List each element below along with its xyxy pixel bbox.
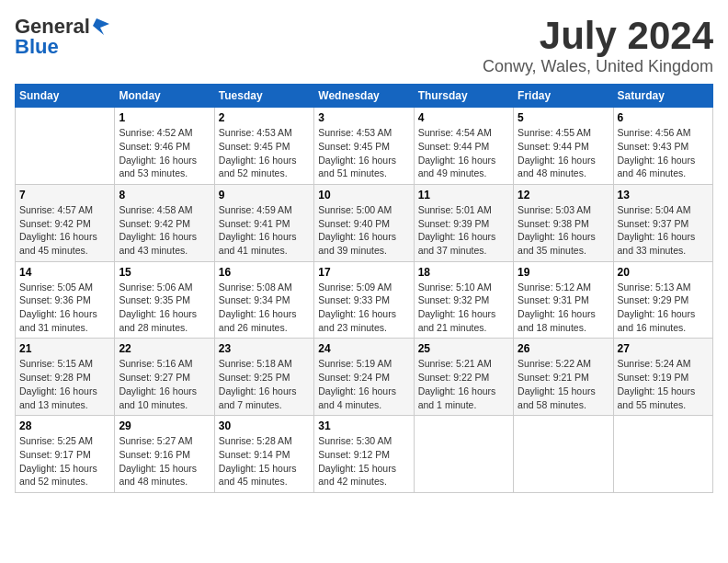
day-number: 15 <box>119 266 210 279</box>
day-number: 1 <box>119 111 210 124</box>
day-number: 21 <box>19 342 110 355</box>
day-number: 20 <box>618 266 709 279</box>
day-number: 11 <box>418 189 509 201</box>
day-cell-6: 6Sunrise: 4:56 AMSunset: 9:43 PMDaylight… <box>613 108 712 185</box>
day-content: Sunrise: 5:05 AMSunset: 9:36 PMDaylight:… <box>19 281 110 335</box>
day-cell-4: 4Sunrise: 4:54 AMSunset: 9:44 PMDaylight… <box>414 108 513 185</box>
day-content: Sunrise: 5:24 AMSunset: 9:19 PMDaylight:… <box>618 357 709 411</box>
day-cell-7: 7Sunrise: 4:57 AMSunset: 9:42 PMDaylight… <box>16 184 115 261</box>
weekday-friday: Friday <box>514 85 613 108</box>
day-content: Sunrise: 5:04 AMSunset: 9:37 PMDaylight:… <box>618 203 709 258</box>
day-content: Sunrise: 5:19 AMSunset: 9:24 PMDaylight:… <box>318 357 409 411</box>
day-number: 2 <box>219 111 310 124</box>
day-content: Sunrise: 5:25 AMSunset: 9:17 PMDaylight:… <box>19 434 110 488</box>
day-content: Sunrise: 4:59 AMSunset: 9:41 PMDaylight:… <box>219 203 310 258</box>
day-content: Sunrise: 5:18 AMSunset: 9:25 PMDaylight:… <box>219 357 310 411</box>
day-number: 9 <box>219 189 310 201</box>
logo: General Blue <box>15 15 112 59</box>
day-content: Sunrise: 4:57 AMSunset: 9:42 PMDaylight:… <box>19 203 110 258</box>
day-content: Sunrise: 4:56 AMSunset: 9:43 PMDaylight:… <box>618 126 709 180</box>
day-number: 24 <box>318 342 409 355</box>
week-row-3: 14Sunrise: 5:05 AMSunset: 9:36 PMDayligh… <box>16 261 713 339</box>
day-cell-28: 28Sunrise: 5:25 AMSunset: 9:17 PMDayligh… <box>16 416 115 493</box>
empty-cell <box>414 416 513 493</box>
day-number: 8 <box>119 189 210 201</box>
weekday-wednesday: Wednesday <box>314 85 414 108</box>
day-content: Sunrise: 4:53 AMSunset: 9:45 PMDaylight:… <box>318 126 409 180</box>
day-number: 22 <box>119 342 210 355</box>
weekday-sunday: Sunday <box>16 85 115 108</box>
day-number: 7 <box>19 189 110 201</box>
location-title: Conwy, Wales, United Kingdom <box>483 57 713 76</box>
day-cell-5: 5Sunrise: 4:55 AMSunset: 9:44 PMDaylight… <box>514 108 613 185</box>
day-content: Sunrise: 5:08 AMSunset: 9:34 PMDaylight:… <box>219 281 310 335</box>
day-content: Sunrise: 5:21 AMSunset: 9:22 PMDaylight:… <box>418 357 509 411</box>
day-cell-29: 29Sunrise: 5:27 AMSunset: 9:16 PMDayligh… <box>115 416 214 493</box>
day-content: Sunrise: 5:12 AMSunset: 9:31 PMDaylight:… <box>518 281 609 335</box>
day-number: 28 <box>19 419 110 432</box>
day-number: 30 <box>219 419 310 432</box>
day-number: 23 <box>219 342 310 355</box>
day-cell-23: 23Sunrise: 5:18 AMSunset: 9:25 PMDayligh… <box>214 339 313 416</box>
day-content: Sunrise: 5:06 AMSunset: 9:35 PMDaylight:… <box>119 281 210 335</box>
empty-cell <box>16 108 115 185</box>
logo-bird-icon <box>91 17 111 37</box>
weekday-header-row: SundayMondayTuesdayWednesdayThursdayFrid… <box>16 85 713 108</box>
week-row-2: 7Sunrise: 4:57 AMSunset: 9:42 PMDaylight… <box>16 184 713 261</box>
day-number: 27 <box>618 342 709 355</box>
empty-cell <box>613 416 712 493</box>
day-content: Sunrise: 5:27 AMSunset: 9:16 PMDaylight:… <box>119 434 210 488</box>
day-cell-17: 17Sunrise: 5:09 AMSunset: 9:33 PMDayligh… <box>314 261 414 339</box>
day-content: Sunrise: 5:16 AMSunset: 9:27 PMDaylight:… <box>119 357 210 411</box>
empty-cell <box>514 416 613 493</box>
day-number: 29 <box>119 419 210 432</box>
day-content: Sunrise: 4:54 AMSunset: 9:44 PMDaylight:… <box>418 126 509 180</box>
logo-blue: Blue <box>15 35 59 59</box>
day-cell-30: 30Sunrise: 5:28 AMSunset: 9:14 PMDayligh… <box>214 416 313 493</box>
day-content: Sunrise: 5:09 AMSunset: 9:33 PMDaylight:… <box>318 281 409 335</box>
day-cell-26: 26Sunrise: 5:22 AMSunset: 9:21 PMDayligh… <box>514 339 613 416</box>
day-cell-15: 15Sunrise: 5:06 AMSunset: 9:35 PMDayligh… <box>115 261 214 339</box>
week-row-1: 1Sunrise: 4:52 AMSunset: 9:46 PMDaylight… <box>16 108 713 185</box>
day-number: 18 <box>418 266 509 279</box>
day-cell-21: 21Sunrise: 5:15 AMSunset: 9:28 PMDayligh… <box>16 339 115 416</box>
day-number: 26 <box>518 342 609 355</box>
svg-marker-0 <box>93 18 109 35</box>
day-cell-20: 20Sunrise: 5:13 AMSunset: 9:29 PMDayligh… <box>613 261 712 339</box>
week-row-4: 21Sunrise: 5:15 AMSunset: 9:28 PMDayligh… <box>16 339 713 416</box>
day-number: 19 <box>518 266 609 279</box>
day-number: 17 <box>318 266 409 279</box>
day-cell-18: 18Sunrise: 5:10 AMSunset: 9:32 PMDayligh… <box>414 261 513 339</box>
weekday-tuesday: Tuesday <box>214 85 313 108</box>
day-cell-1: 1Sunrise: 4:52 AMSunset: 9:46 PMDaylight… <box>115 108 214 185</box>
day-cell-14: 14Sunrise: 5:05 AMSunset: 9:36 PMDayligh… <box>16 261 115 339</box>
day-content: Sunrise: 5:13 AMSunset: 9:29 PMDaylight:… <box>618 281 709 335</box>
day-content: Sunrise: 5:10 AMSunset: 9:32 PMDaylight:… <box>418 281 509 335</box>
day-number: 3 <box>318 111 409 124</box>
day-number: 10 <box>318 189 409 201</box>
day-number: 5 <box>518 111 609 124</box>
day-cell-12: 12Sunrise: 5:03 AMSunset: 9:38 PMDayligh… <box>514 184 613 261</box>
calendar-body: 1Sunrise: 4:52 AMSunset: 9:46 PMDaylight… <box>16 108 713 493</box>
month-title: July 2024 <box>483 15 713 57</box>
day-content: Sunrise: 5:03 AMSunset: 9:38 PMDaylight:… <box>518 203 609 258</box>
weekday-monday: Monday <box>115 85 214 108</box>
day-number: 25 <box>418 342 509 355</box>
page-header: General Blue July 2024 Conwy, Wales, Uni… <box>15 15 713 76</box>
day-cell-2: 2Sunrise: 4:53 AMSunset: 9:45 PMDaylight… <box>214 108 313 185</box>
day-content: Sunrise: 5:22 AMSunset: 9:21 PMDaylight:… <box>518 357 609 411</box>
weekday-saturday: Saturday <box>613 85 712 108</box>
day-content: Sunrise: 5:15 AMSunset: 9:28 PMDaylight:… <box>19 357 110 411</box>
day-cell-27: 27Sunrise: 5:24 AMSunset: 9:19 PMDayligh… <box>613 339 712 416</box>
day-cell-3: 3Sunrise: 4:53 AMSunset: 9:45 PMDaylight… <box>314 108 414 185</box>
day-cell-11: 11Sunrise: 5:01 AMSunset: 9:39 PMDayligh… <box>414 184 513 261</box>
day-cell-31: 31Sunrise: 5:30 AMSunset: 9:12 PMDayligh… <box>314 416 414 493</box>
day-number: 12 <box>518 189 609 201</box>
day-content: Sunrise: 4:53 AMSunset: 9:45 PMDaylight:… <box>219 126 310 180</box>
day-number: 16 <box>219 266 310 279</box>
day-content: Sunrise: 4:55 AMSunset: 9:44 PMDaylight:… <box>518 126 609 180</box>
day-cell-19: 19Sunrise: 5:12 AMSunset: 9:31 PMDayligh… <box>514 261 613 339</box>
weekday-thursday: Thursday <box>414 85 513 108</box>
title-area: July 2024 Conwy, Wales, United Kingdom <box>483 15 713 76</box>
day-number: 14 <box>19 266 110 279</box>
